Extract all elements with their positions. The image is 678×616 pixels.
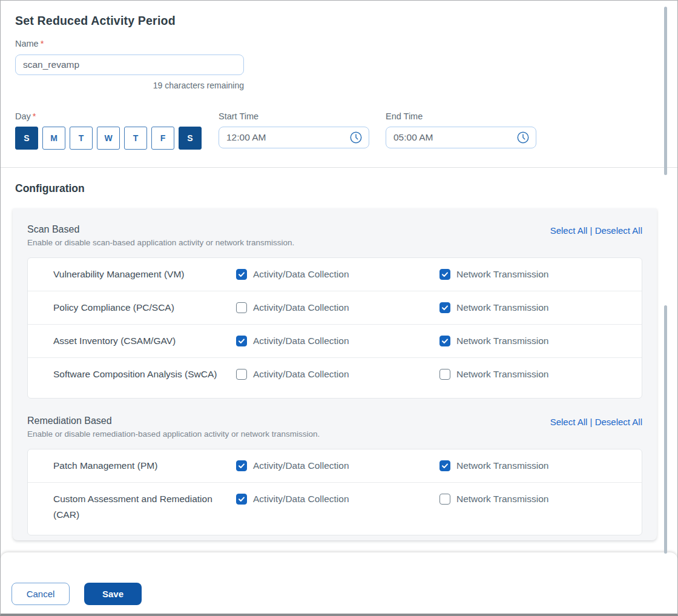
network-checkbox-label: Network Transmission (456, 300, 548, 316)
activity-checkbox[interactable] (236, 336, 247, 346)
day-selector-group: Day* S M T W T F S (15, 111, 219, 150)
table-row: Vulnerability Management (VM) Activity/D… (28, 258, 642, 291)
link-separator: | (590, 225, 593, 236)
network-checkbox-item: Network Transmission (439, 333, 642, 349)
network-checkbox-item: Network Transmission (439, 458, 642, 474)
network-checkbox[interactable] (439, 269, 450, 280)
network-checkbox-label: Network Transmission (456, 366, 548, 382)
scan-based-section: Scan Based Enable or disable scan-based … (27, 224, 642, 399)
section-divider (1, 167, 677, 168)
activity-checkbox[interactable] (236, 460, 247, 471)
required-asterisk: * (33, 111, 36, 121)
network-checkbox-label: Network Transmission (456, 333, 548, 349)
end-time-input[interactable]: 05:00 AM (386, 127, 536, 148)
activity-checkbox-item: Activity/Data Collection (236, 267, 439, 282)
table-row: Custom Assessment and Remediation (CAR) … (28, 483, 642, 535)
module-name: Custom Assessment and Remediation (CAR) (53, 491, 236, 523)
end-time-value: 05:00 AM (393, 132, 516, 143)
start-time-value: 12:00 AM (226, 132, 349, 143)
table-row: Software Composition Analysis (SwCA) Act… (28, 358, 642, 398)
configuration-heading: Configuration (15, 182, 663, 195)
page-title: Set Reduced Activity Period (15, 14, 663, 28)
end-time-label: End Time (386, 111, 536, 121)
table-row: Patch Management (PM) Activity/Data Coll… (28, 449, 642, 483)
activity-checkbox[interactable] (236, 494, 247, 505)
select-all-link[interactable]: Select All (550, 225, 588, 236)
remediation-based-header: Remediation Based Enable or disable reme… (27, 416, 642, 439)
module-name: Asset Inventory (CSAM/GAV) (53, 333, 236, 349)
characters-remaining-text: 19 characters remaining (15, 81, 244, 90)
activity-checkbox[interactable] (236, 302, 247, 313)
save-button[interactable]: Save (84, 583, 142, 605)
day-button-friday[interactable]: F (151, 127, 174, 150)
remediation-based-description: Enable or disable remediation-based appl… (27, 429, 320, 439)
module-name: Patch Management (PM) (53, 458, 236, 474)
clock-icon[interactable] (349, 131, 363, 144)
remediation-based-rows-card: Patch Management (PM) Activity/Data Coll… (27, 449, 642, 535)
module-name: Software Composition Analysis (SwCA) (53, 366, 236, 382)
name-field-block: Name* 19 characters remaining (15, 39, 663, 90)
network-checkbox[interactable] (439, 336, 450, 346)
start-time-input[interactable]: 12:00 AM (219, 127, 369, 148)
deselect-all-link[interactable]: Deselect All (595, 417, 642, 427)
scan-based-header: Scan Based Enable or disable scan-based … (27, 224, 642, 247)
scan-based-title: Scan Based (27, 224, 294, 235)
deselect-all-link[interactable]: Deselect All (595, 225, 642, 236)
remediation-based-bulk-links: Select All | Deselect All (550, 417, 642, 427)
module-name: Policy Compliance (PC/SCA) (53, 300, 236, 316)
scrollbar-thumb-lower[interactable] (664, 305, 667, 554)
activity-checkbox-item: Activity/Data Collection (236, 366, 439, 382)
activity-checkbox-label: Activity/Data Collection (253, 491, 349, 507)
start-time-label: Start Time (219, 111, 369, 121)
network-checkbox[interactable] (439, 302, 450, 313)
day-button-monday[interactable]: M (42, 127, 65, 150)
activity-checkbox-item: Activity/Data Collection (236, 458, 439, 474)
cancel-button[interactable]: Cancel (12, 583, 70, 605)
module-name: Vulnerability Management (VM) (53, 267, 236, 282)
network-checkbox[interactable] (439, 369, 450, 380)
scan-based-rows-card: Vulnerability Management (VM) Activity/D… (27, 257, 642, 399)
network-checkbox-item: Network Transmission (439, 366, 642, 382)
select-all-link[interactable]: Select All (550, 417, 588, 427)
day-button-tuesday[interactable]: T (70, 127, 93, 150)
configuration-panel: Scan Based Enable or disable scan-based … (13, 208, 657, 540)
end-time-group: End Time 05:00 AM (386, 111, 536, 150)
table-row: Asset Inventory (CSAM/GAV) Activity/Data… (28, 325, 642, 358)
footer-action-bar: Cancel Save (1, 552, 677, 614)
network-checkbox-item: Network Transmission (439, 300, 642, 316)
network-checkbox-label: Network Transmission (456, 267, 548, 282)
link-separator: | (590, 417, 593, 427)
network-checkbox-item: Network Transmission (439, 491, 642, 507)
name-label: Name* (15, 39, 663, 48)
activity-checkbox[interactable] (236, 369, 247, 380)
scan-based-bulk-links: Select All | Deselect All (550, 225, 642, 236)
day-button-thursday[interactable]: T (124, 127, 147, 150)
network-checkbox-item: Network Transmission (439, 267, 642, 282)
activity-checkbox[interactable] (236, 269, 247, 280)
day-buttons: S M T W T F S (15, 127, 219, 150)
day-button-saturday[interactable]: S (179, 127, 202, 150)
network-checkbox[interactable] (439, 460, 450, 471)
network-checkbox[interactable] (439, 494, 450, 505)
start-time-group: Start Time 12:00 AM (219, 111, 369, 150)
required-asterisk: * (41, 39, 44, 48)
schedule-row: Day* S M T W T F S Start Time 12:00 AM (15, 111, 663, 150)
activity-checkbox-label: Activity/Data Collection (253, 267, 349, 282)
name-input[interactable] (15, 55, 244, 75)
clock-icon[interactable] (516, 131, 530, 144)
set-reduced-activity-period-dialog: Set Reduced Activity Period Name* 19 cha… (0, 0, 678, 616)
network-checkbox-label: Network Transmission (456, 491, 548, 507)
day-button-sunday[interactable]: S (15, 127, 38, 150)
day-label: Day* (15, 111, 219, 121)
scrollbar-thumb-upper[interactable] (664, 7, 667, 175)
day-button-wednesday[interactable]: W (97, 127, 120, 150)
activity-checkbox-label: Activity/Data Collection (253, 458, 349, 474)
activity-checkbox-label: Activity/Data Collection (253, 333, 349, 349)
activity-checkbox-item: Activity/Data Collection (236, 491, 439, 507)
activity-checkbox-item: Activity/Data Collection (236, 300, 439, 316)
activity-checkbox-label: Activity/Data Collection (253, 300, 349, 316)
table-row: Policy Compliance (PC/SCA) Activity/Data… (28, 291, 642, 325)
scan-based-description: Enable or disable scan-based application… (27, 238, 294, 247)
section-gap (27, 399, 642, 416)
remediation-based-section: Remediation Based Enable or disable reme… (27, 416, 642, 535)
